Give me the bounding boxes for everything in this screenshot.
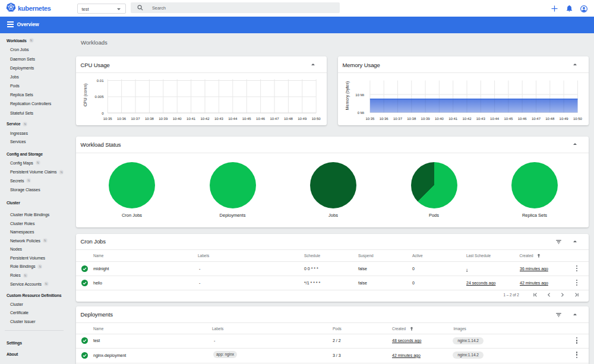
svg-text:0: 0 xyxy=(102,112,104,115)
svg-text:10:39: 10:39 xyxy=(159,117,168,121)
svg-text:10:46: 10:46 xyxy=(256,117,266,121)
svg-text:10:41: 10:41 xyxy=(448,117,458,121)
svg-text:10:49: 10:49 xyxy=(298,117,307,121)
svg-text:10:44: 10:44 xyxy=(228,117,238,121)
svg-text:10:40: 10:40 xyxy=(173,117,182,121)
svg-text:10:38: 10:38 xyxy=(145,117,154,121)
svg-text:0.005: 0.005 xyxy=(94,95,104,99)
svg-text:10:37: 10:37 xyxy=(131,117,140,121)
svg-text:10:47: 10:47 xyxy=(270,117,279,121)
svg-text:10:42: 10:42 xyxy=(462,117,472,121)
svg-text:10:40: 10:40 xyxy=(435,117,444,121)
svg-text:10:36: 10:36 xyxy=(380,117,389,121)
svg-text:10:44: 10:44 xyxy=(490,117,500,121)
svg-text:10:43: 10:43 xyxy=(214,117,224,121)
svg-text:10:46: 10:46 xyxy=(518,117,527,121)
svg-text:10:36: 10:36 xyxy=(117,117,127,121)
svg-text:10:50: 10:50 xyxy=(312,117,321,121)
svg-text:10:45: 10:45 xyxy=(242,117,252,121)
svg-text:CPU (cores): CPU (cores) xyxy=(83,84,88,107)
svg-text:10:48: 10:48 xyxy=(545,117,555,121)
svg-text:10:39: 10:39 xyxy=(421,117,431,121)
svg-text:10:49: 10:49 xyxy=(560,117,569,121)
svg-text:10:47: 10:47 xyxy=(532,117,541,121)
svg-text:10:38: 10:38 xyxy=(407,117,416,121)
svg-text:Memory (bytes): Memory (bytes) xyxy=(345,81,350,110)
svg-text:0 Mi: 0 Mi xyxy=(358,111,364,115)
svg-text:10:45: 10:45 xyxy=(504,117,513,121)
svg-text:10 Mi: 10 Mi xyxy=(355,93,364,97)
svg-text:10:37: 10:37 xyxy=(393,117,403,121)
svg-text:10:35: 10:35 xyxy=(365,117,375,121)
svg-text:10:50: 10:50 xyxy=(573,117,583,121)
svg-text:10:43: 10:43 xyxy=(476,117,486,121)
svg-text:10:41: 10:41 xyxy=(187,117,196,121)
svg-text:10:42: 10:42 xyxy=(200,117,210,121)
svg-text:0.01: 0.01 xyxy=(97,79,104,83)
svg-text:10:35: 10:35 xyxy=(103,117,113,121)
svg-text:10:48: 10:48 xyxy=(284,117,293,121)
